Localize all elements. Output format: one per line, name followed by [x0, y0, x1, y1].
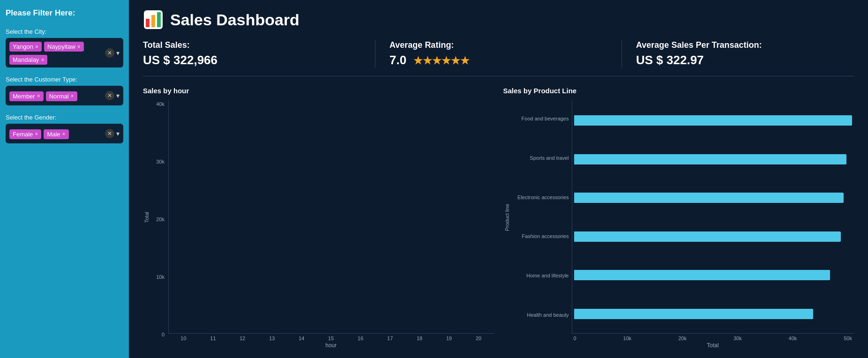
kpi-avg-sales: Average Sales Per Transaction: US $ 322.… — [636, 40, 854, 67]
customer-filter-label: Select the Customer Type: — [6, 76, 123, 83]
hbar-y-label-Fashion_accessories: Fashion accessories — [511, 233, 569, 239]
hbar-y-label-Home_and_lifestyle: Home and lifestyle — [511, 273, 569, 279]
customer-tag-normal-remove[interactable]: × — [71, 93, 74, 99]
bars-area — [168, 99, 494, 334]
gender-tag-male-remove[interactable]: × — [62, 131, 66, 137]
hbar-x-title: Total — [572, 342, 854, 349]
sales-by-hour-panel: Sales by hour Total 40k 30k 20k 10k 0 — [143, 87, 494, 349]
hbar-x-label: 30k — [733, 336, 742, 341]
customer-dropdown-arrow[interactable]: ▾ — [116, 92, 120, 99]
x-label-20: 20 — [465, 336, 492, 341]
sales-by-product-panel: Sales by Product Line Product line Food … — [503, 87, 854, 349]
svg-rect-2 — [151, 15, 155, 27]
kpi-total-sales: Total Sales: US $ 322,966 — [143, 40, 361, 67]
gender-clear-button[interactable]: ✕ — [105, 129, 114, 138]
gender-select-controls: ✕ ▾ — [105, 129, 120, 138]
y-axis: 40k 30k 20k 10k 0 — [150, 99, 168, 349]
x-axis-title: hour — [168, 342, 494, 349]
hbar-Sports_and_travel — [574, 154, 847, 164]
hbar-row — [572, 269, 854, 281]
customer-multiselect[interactable]: Member × Normal × ✕ ▾ — [6, 86, 123, 105]
x-label-11: 11 — [200, 336, 226, 341]
gender-tag-male[interactable]: Male × — [44, 129, 68, 139]
x-label-18: 18 — [406, 336, 433, 341]
customer-select-controls: ✕ ▾ — [105, 91, 120, 100]
city-tag-mandalay[interactable]: Mandalay × — [9, 55, 47, 65]
svg-rect-1 — [146, 19, 150, 27]
gender-multiselect[interactable]: Female × Male × ✕ ▾ — [6, 124, 123, 143]
city-tag-naypyitaw[interactable]: Naypyitaw × — [44, 42, 84, 52]
hbar-x-label: 0 — [574, 336, 576, 341]
filter-heading: Please Filter Here: — [6, 8, 123, 18]
hbar-y-axis-title: Product line — [504, 204, 510, 231]
city-dropdown-arrow[interactable]: ▾ — [116, 49, 120, 57]
customer-clear-button[interactable]: ✕ — [105, 91, 114, 100]
gender-dropdown-arrow[interactable]: ▾ — [116, 130, 120, 137]
customer-tag-normal[interactable]: Normal × — [46, 91, 77, 101]
hbar-x-label: 40k — [789, 336, 797, 341]
city-tag-mandalay-remove[interactable]: × — [41, 57, 44, 63]
gender-tag-female-remove[interactable]: × — [35, 131, 38, 137]
x-label-12: 12 — [229, 336, 256, 341]
hbar-x-label: 10k — [623, 336, 632, 341]
hbar-row — [572, 114, 854, 127]
kpi-row: Total Sales: US $ 322,966 Average Rating… — [143, 40, 854, 76]
hbar-Fashion_accessories — [574, 231, 841, 242]
bar-chart-icon — [143, 9, 164, 30]
kpi-divider-1 — [375, 40, 375, 67]
sidebar: Please Filter Here: Select the City: Yan… — [0, 0, 129, 358]
customer-filter-section: Select the Customer Type: Member × Norma… — [6, 76, 123, 105]
hbar-y-label-Health_and_beauty: Health and beauty — [511, 312, 569, 318]
kpi-avg-rating: Average Rating: 7.0 ★★★★★★ — [389, 40, 607, 67]
x-label-14: 14 — [288, 336, 315, 341]
x-axis: 1011121314151617181920 — [168, 334, 494, 341]
dashboard-header: Sales Dashboard — [143, 9, 854, 30]
city-tag-naypyitaw-remove[interactable]: × — [77, 44, 81, 50]
sales-by-product-chart: Product line Food and beveragesSports an… — [503, 99, 854, 349]
total-sales-label: Total Sales: — [143, 40, 361, 50]
gender-tag-female[interactable]: Female × — [9, 129, 41, 139]
avg-rating-value: 7.0 ★★★★★★ — [389, 53, 607, 67]
city-filter-label: Select the City: — [6, 28, 123, 35]
x-label-16: 16 — [347, 336, 374, 341]
charts-row: Sales by hour Total 40k 30k 20k 10k 0 — [143, 87, 854, 349]
city-select-controls: ✕ ▾ — [105, 48, 120, 58]
customer-tag-member-remove[interactable]: × — [37, 93, 40, 99]
city-filter-section: Select the City: Yangon × Naypyitaw × Ma… — [6, 28, 123, 67]
sales-by-hour-chart: Total 40k 30k 20k 10k 0 — [143, 99, 494, 349]
hbar-y-label-Food_and_beverages: Food and beverages — [511, 116, 569, 122]
x-label-10: 10 — [170, 336, 197, 341]
total-sales-value: US $ 322,966 — [143, 53, 361, 67]
city-clear-button[interactable]: ✕ — [105, 48, 114, 58]
gender-filter-section: Select the Gender: Female × Male × ✕ ▾ — [6, 114, 123, 143]
city-tag-yangon-remove[interactable]: × — [35, 44, 38, 50]
avg-rating-label: Average Rating: — [389, 40, 607, 50]
hbar-y-label-Electronic_accessories: Electronic accessories — [511, 194, 569, 201]
x-label-17: 17 — [377, 336, 404, 341]
city-tag-yangon[interactable]: Yangon × — [9, 42, 42, 52]
hbar-x-label: 20k — [678, 336, 687, 341]
hbar-Health_and_beauty — [574, 309, 813, 319]
kpi-divider-2 — [621, 40, 622, 67]
sales-by-product-title: Sales by Product Line — [503, 87, 854, 95]
page-title: Sales Dashboard — [170, 11, 299, 29]
hbar-y-label-Sports_and_travel: Sports and travel — [511, 155, 569, 161]
hbar-x-axis: 010k20k30k40k50k — [572, 334, 854, 341]
hbar-row — [572, 192, 854, 204]
gender-filter-label: Select the Gender: — [6, 114, 123, 121]
hbar-row — [572, 153, 854, 165]
customer-tag-member[interactable]: Member × — [9, 91, 44, 101]
hbar-row — [572, 231, 854, 243]
x-label-13: 13 — [259, 336, 285, 341]
hbar-bars-area — [572, 99, 854, 334]
svg-rect-3 — [157, 12, 161, 27]
avg-sales-label: Average Sales Per Transaction: — [636, 40, 854, 50]
avg-sales-value: US $ 322.97 — [636, 53, 854, 67]
rating-stars: ★★★★★★ — [413, 55, 470, 67]
hbar-Electronic_accessories — [574, 193, 844, 203]
x-label-15: 15 — [318, 336, 344, 341]
y-axis-title: Total — [144, 212, 150, 223]
hbar-x-label: 50k — [844, 336, 852, 341]
main-content: Sales Dashboard Total Sales: US $ 322,96… — [129, 0, 868, 358]
city-multiselect[interactable]: Yangon × Naypyitaw × Mandalay × ✕ ▾ — [6, 38, 123, 67]
